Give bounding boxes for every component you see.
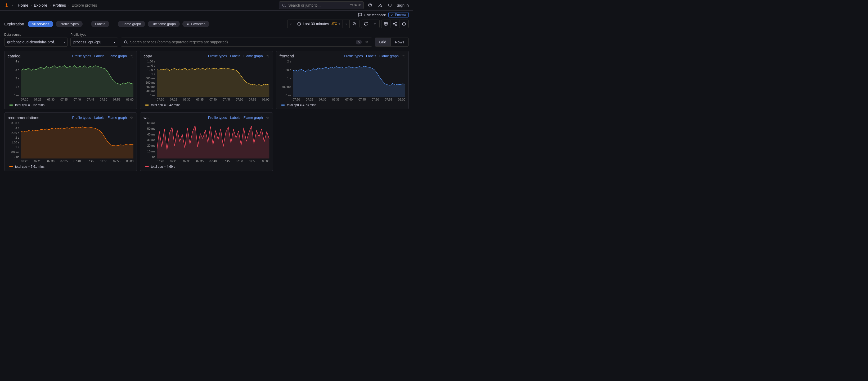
panels-grid: catalogProfile typesLabelsFlame graph☆4 … xyxy=(0,51,413,175)
svg-point-14 xyxy=(396,22,397,23)
panel-link-flame-graph[interactable]: Flame graph xyxy=(107,54,127,58)
svg-line-18 xyxy=(394,23,396,24)
topbar-right: Search or jump to... ⌘+k Sign in xyxy=(279,1,409,9)
y-axis: 60 ms50 ms40 ms30 ms20 ms10 ms0 ns xyxy=(144,122,157,158)
panel-link-flame-graph[interactable]: Flame graph xyxy=(379,54,399,58)
panel-link-profile-types[interactable]: Profile types xyxy=(208,116,227,120)
info-button[interactable] xyxy=(399,20,408,28)
tab-flame-graph[interactable]: Flame graph xyxy=(118,21,145,27)
info-icon xyxy=(402,22,406,26)
refresh-icon xyxy=(364,22,368,26)
breadcrumb: Home › Explore › Profiles › Explore prof… xyxy=(18,3,97,7)
favorite-star-button[interactable]: ☆ xyxy=(266,54,270,58)
svg-point-21 xyxy=(404,23,404,23)
global-search[interactable]: Search or jump to... ⌘+k xyxy=(279,1,364,9)
breadcrumb-profiles[interactable]: Profiles xyxy=(53,3,66,7)
plot-area[interactable] xyxy=(293,60,405,97)
rss-icon[interactable] xyxy=(376,2,384,9)
panel-link-labels[interactable]: Labels xyxy=(94,54,104,58)
svg-line-12 xyxy=(355,25,356,25)
tab-all-services[interactable]: All services xyxy=(28,21,53,27)
legend-swatch xyxy=(9,104,13,105)
panel-recommendations: recommendationsProfile typesLabelsFlame … xyxy=(4,113,137,171)
panel-title: ws xyxy=(144,115,148,120)
zoom-out-button[interactable] xyxy=(350,20,359,28)
grid-view-button[interactable]: Grid xyxy=(375,38,391,46)
panel-link-profile-types[interactable]: Profile types xyxy=(72,116,91,120)
plot-area[interactable] xyxy=(157,60,269,97)
legend: total cpu = 4.73 mins xyxy=(280,101,405,107)
clock-icon xyxy=(297,22,301,26)
legend: total cpu = 4.69 s xyxy=(144,163,269,168)
topbar-left: ▾ Home › Explore › Profiles › Explore pr… xyxy=(4,3,97,8)
grafana-logo[interactable] xyxy=(4,3,9,8)
datasource-label: Data source xyxy=(4,33,68,36)
refresh-button[interactable] xyxy=(361,20,370,28)
help-icon[interactable] xyxy=(366,2,374,9)
top-bar: ▾ Home › Explore › Profiles › Explore pr… xyxy=(0,0,413,10)
profile-type-select[interactable]: process_cpu/cpu ▾ xyxy=(70,38,118,46)
svg-line-17 xyxy=(394,24,396,25)
preview-badge: Preview xyxy=(388,12,409,18)
sign-in-link[interactable]: Sign in xyxy=(397,3,409,7)
panel-links: Profile typesLabelsFlame graph☆ xyxy=(72,116,133,120)
tab-profile-types[interactable]: Profile types xyxy=(56,21,83,27)
panel-link-labels[interactable]: Labels xyxy=(94,116,104,120)
plot-area[interactable] xyxy=(21,60,133,97)
panel-link-labels[interactable]: Labels xyxy=(230,54,240,58)
monitor-icon[interactable] xyxy=(386,2,394,9)
time-forward-button[interactable]: › xyxy=(343,20,350,28)
page-actions xyxy=(381,20,409,28)
panel-link-labels[interactable]: Labels xyxy=(230,116,240,120)
favorite-star-button[interactable]: ☆ xyxy=(130,116,133,120)
time-back-button[interactable]: ‹ xyxy=(287,20,294,28)
panel-link-flame-graph[interactable]: Flame graph xyxy=(244,54,263,58)
datasource-field: Data source grafanacloud-demoinfra-prof…… xyxy=(4,33,68,46)
plot-area[interactable] xyxy=(21,122,133,158)
tab-favorites[interactable]: ★ Favorites xyxy=(182,21,209,27)
tab-diff-flame-graph[interactable]: Diff flame graph xyxy=(148,21,180,27)
svg-point-5 xyxy=(378,6,379,7)
comment-icon xyxy=(358,13,362,17)
clear-search-button[interactable]: ✕ xyxy=(364,40,369,44)
chevron-down-icon: ▾ xyxy=(339,23,340,25)
panel-link-profile-types[interactable]: Profile types xyxy=(72,54,91,58)
breadcrumb-sep: › xyxy=(68,3,69,7)
search-services-input[interactable]: Search services (comma-separated regexes… xyxy=(121,38,372,46)
y-axis: 1.60 s1.40 s1.20 s1 s800 ms600 ms400 ms2… xyxy=(144,60,157,97)
panel-link-flame-graph[interactable]: Flame graph xyxy=(107,116,127,120)
favorite-star-button[interactable]: ☆ xyxy=(402,54,405,58)
favorite-star-button[interactable]: ☆ xyxy=(266,116,270,120)
give-feedback-link[interactable]: Give feedback xyxy=(358,13,386,17)
svg-rect-2 xyxy=(350,4,353,6)
plot-area[interactable] xyxy=(157,122,269,158)
chevron-down-icon[interactable]: ▾ xyxy=(12,4,13,7)
time-range-button[interactable]: Last 30 minutes UTC ▾ xyxy=(294,20,343,28)
legend-text: total cpu = 9.52 mins xyxy=(15,103,44,107)
settings-button[interactable] xyxy=(381,20,391,28)
star-icon: ★ xyxy=(186,22,189,26)
favorite-star-button[interactable]: ☆ xyxy=(130,54,133,58)
panel-link-profile-types[interactable]: Profile types xyxy=(208,54,227,58)
chart: 3.50 s3 s2.50 s2 s1.50 s1 s500 ms0 ns xyxy=(8,122,133,158)
panel-link-profile-types[interactable]: Profile types xyxy=(344,54,363,58)
rows-view-button[interactable]: Rows xyxy=(391,38,408,46)
x-axis: 07:2007:2507:3007:3507:4007:4507:5007:55… xyxy=(8,97,133,101)
zoom-out-icon xyxy=(352,22,356,26)
y-axis: 3.50 s3 s2.50 s2 s1.50 s1 s500 ms0 ns xyxy=(8,122,21,158)
profile-type-label: Profile type xyxy=(70,33,118,36)
time-controls: ‹ Last 30 minutes UTC ▾ › ▾ xyxy=(287,20,409,28)
datasource-select[interactable]: grafanacloud-demoinfra-prof… ▾ xyxy=(4,38,68,46)
refresh-interval-button[interactable]: ▾ xyxy=(370,20,379,28)
profile-type-field: Profile type process_cpu/cpu ▾ xyxy=(70,33,118,46)
breadcrumb-home[interactable]: Home xyxy=(18,3,28,7)
tab-labels[interactable]: Labels xyxy=(91,21,109,27)
exploration-tabs: Exploration All services Profile types —… xyxy=(4,21,209,27)
panel-link-flame-graph[interactable]: Flame graph xyxy=(244,116,263,120)
share-button[interactable] xyxy=(391,20,399,28)
time-range-picker: ‹ Last 30 minutes UTC ▾ › xyxy=(287,20,360,28)
panel-link-labels[interactable]: Labels xyxy=(366,54,376,58)
breadcrumb-explore[interactable]: Explore xyxy=(34,3,48,7)
panel-title: copy xyxy=(144,54,152,58)
svg-point-15 xyxy=(393,23,395,24)
